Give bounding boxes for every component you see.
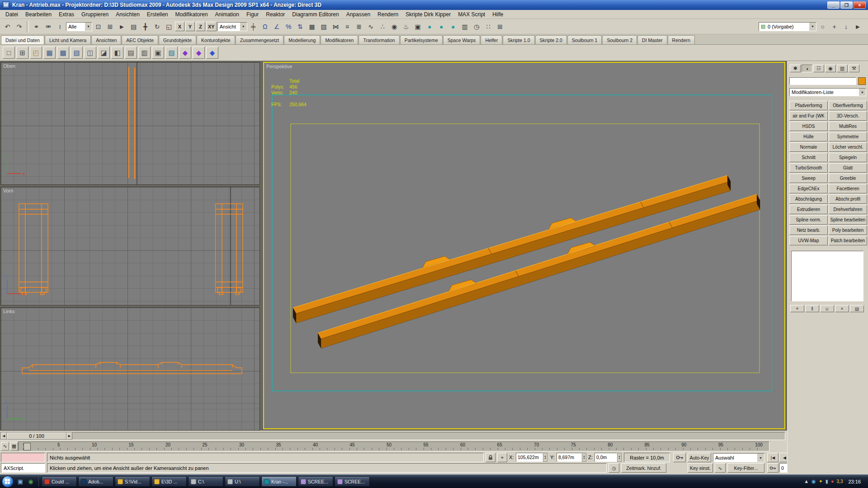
rectangular-selection-region-icon[interactable]: ⊡ bbox=[93, 21, 104, 33]
modifier-button[interactable]: Greeble bbox=[829, 174, 867, 183]
time-tag-clock-icon[interactable]: ◷ bbox=[609, 463, 619, 473]
motion-tab-icon[interactable]: ◉ bbox=[825, 65, 836, 72]
maximize-button[interactable]: ❐ bbox=[840, 1, 853, 9]
selection-lock-toggle[interactable] bbox=[486, 453, 495, 462]
shelf-tab[interactable]: Grundobjekte bbox=[159, 35, 196, 44]
modifier-button[interactable]: Oberflverformg bbox=[829, 101, 867, 110]
layer-dropdown[interactable]: ▧ 0 (Vorgabe) ▼ bbox=[759, 22, 816, 31]
modifier-button[interactable]: Abschr.profil bbox=[829, 194, 867, 204]
shelf-tab[interactable]: Soulbourn 2 bbox=[602, 35, 637, 44]
shelf-tab[interactable]: Skripte 2.0 bbox=[535, 35, 567, 44]
modifier-button[interactable]: EdgeChEx bbox=[789, 184, 828, 193]
bind-to-space-warp-icon[interactable]: ≀ bbox=[54, 21, 66, 33]
auto-key-button[interactable]: Auto-Key bbox=[688, 453, 711, 462]
named-selection-sets-icon[interactable]: ▧ bbox=[318, 21, 330, 33]
timeline-ruler[interactable]: 0510152025303540455055606570758085909510… bbox=[18, 441, 769, 451]
shelf-tab[interactable]: Skripte 1.0 bbox=[503, 35, 534, 44]
menu-item[interactable]: Erstellen bbox=[143, 10, 172, 19]
axis-z-button[interactable]: Z bbox=[196, 22, 205, 31]
taskbar-button[interactable]: SCREE... bbox=[298, 476, 333, 487]
close-button[interactable]: × bbox=[854, 1, 866, 9]
time-slider-prev-button[interactable]: ◀ bbox=[1, 432, 7, 440]
modifier-button[interactable]: Normale bbox=[789, 142, 828, 152]
grid-snap-icon[interactable]: ⊞ bbox=[495, 21, 506, 33]
shelf-tab[interactable]: Konturobjekte bbox=[197, 35, 235, 44]
shelf-tab[interactable]: Datei und Daten bbox=[1, 35, 44, 44]
hold-icon[interactable]: ◫ bbox=[84, 47, 96, 59]
isolate-selection-icon[interactable]: ○ bbox=[817, 21, 828, 33]
modifier-button[interactable]: Facettieren bbox=[829, 184, 867, 193]
merge-icon[interactable]: ◧ bbox=[111, 47, 123, 59]
tray-update-icon[interactable]: ◉ bbox=[811, 479, 816, 484]
key-mode-toggle-button[interactable] bbox=[767, 463, 778, 473]
window-crossing-icon[interactable]: ⊞ bbox=[104, 21, 116, 33]
modifier-button[interactable]: Sweep bbox=[789, 174, 828, 183]
start-button[interactable] bbox=[2, 476, 14, 488]
viewport-top[interactable]: Oben y x bbox=[0, 62, 260, 185]
redo-icon[interactable]: ↷ bbox=[14, 21, 25, 33]
axis-x-button[interactable]: X bbox=[175, 22, 184, 31]
taskbar-button[interactable]: Could ... bbox=[42, 476, 77, 487]
select-and-link-icon[interactable]: ⚭ bbox=[31, 21, 42, 33]
spinner-snap-icon[interactable]: ⇅ bbox=[295, 21, 306, 33]
save-copy-icon[interactable]: ▧ bbox=[71, 47, 83, 59]
shelf-tab[interactable]: Transformation bbox=[359, 35, 399, 44]
save-as-icon[interactable]: ▩ bbox=[57, 47, 69, 59]
current-frame-marker[interactable] bbox=[24, 443, 31, 450]
unlink-selection-icon[interactable]: ⚮ bbox=[42, 21, 54, 33]
menu-item[interactable]: Diagramm Editoren bbox=[288, 10, 342, 19]
object-name-field[interactable] bbox=[789, 77, 856, 85]
menu-item[interactable]: Skripte Dirk Kipper bbox=[402, 10, 454, 19]
modifier-button[interactable]: Schnitt bbox=[789, 153, 828, 162]
modify-tab-icon[interactable]: ◑ bbox=[802, 65, 812, 72]
taskbar-button[interactable]: Adob... bbox=[78, 476, 113, 487]
add-time-tag-button[interactable]: Zeitmark. hinzuf. bbox=[621, 463, 666, 473]
y-coordinate-field[interactable] bbox=[557, 453, 582, 462]
spinner-icon[interactable]: ▲▼ bbox=[543, 453, 547, 462]
modifier-button[interactable]: HSDS bbox=[789, 122, 828, 131]
quick-launch-1-icon[interactable]: ▣ bbox=[15, 477, 25, 487]
menu-item[interactable]: Figur bbox=[243, 10, 262, 19]
time-slider-next-button[interactable]: ▶ bbox=[66, 432, 72, 440]
undo-icon[interactable]: ↶ bbox=[2, 21, 13, 33]
modifier-button[interactable]: Pfadverformg bbox=[789, 101, 828, 110]
modifier-button[interactable]: Spline norm. bbox=[789, 215, 828, 225]
select-and-rotate-icon[interactable]: ↻ bbox=[151, 21, 163, 33]
fetch-icon[interactable]: ◪ bbox=[98, 47, 110, 59]
select-layer-icon[interactable]: ↓ bbox=[840, 21, 852, 33]
angle-snap-icon[interactable]: ∠ bbox=[271, 21, 283, 33]
modifier-button[interactable]: MultiRes bbox=[829, 122, 867, 131]
menu-item[interactable]: Modifikatoren bbox=[172, 10, 212, 19]
track-bar-filter-icon[interactable]: ▦ bbox=[10, 442, 18, 450]
tray-volume-icon[interactable]: ▮ bbox=[826, 479, 828, 484]
file-properties-icon[interactable]: ▣ bbox=[152, 47, 164, 59]
modifier-list-dropdown[interactable]: Modifikatoren-Liste ▼ bbox=[789, 88, 866, 96]
shelf-tab[interactable]: Licht und Kamera bbox=[45, 35, 91, 44]
select-by-name-icon[interactable]: ▤ bbox=[128, 21, 139, 33]
modifier-button[interactable]: Symmetrie bbox=[829, 132, 867, 141]
tray-warning-icon[interactable]: ✦ bbox=[819, 479, 823, 484]
shelf-tab[interactable]: Modifikatoren bbox=[321, 35, 358, 44]
beam-object-back[interactable] bbox=[293, 175, 731, 323]
tray-network-icon[interactable]: ● bbox=[831, 479, 834, 484]
x-coordinate-field[interactable] bbox=[516, 453, 543, 462]
summary-info-icon[interactable]: ▥ bbox=[138, 47, 151, 59]
shelf-tab[interactable]: AEC Objekte bbox=[122, 35, 158, 44]
add-layer-icon[interactable]: + bbox=[829, 21, 840, 33]
utilities-tab-icon[interactable]: ⚒ bbox=[849, 65, 859, 72]
menu-item[interactable]: Reaktor bbox=[262, 10, 288, 19]
shelf-tab[interactable]: Helfer bbox=[481, 35, 502, 44]
quick-launch-2-icon[interactable]: ◉ bbox=[26, 477, 36, 487]
maxscript-listener-input[interactable]: AXScript. bbox=[1, 463, 45, 473]
menu-item[interactable]: Hilfe bbox=[489, 10, 507, 19]
material-editor-icon[interactable]: ◉ bbox=[389, 21, 400, 33]
modifier-button[interactable]: Löcher verschl. bbox=[829, 142, 867, 152]
modifier-button[interactable]: Poly bearbeiten bbox=[829, 225, 867, 235]
time-configuration-icon[interactable]: ◷ bbox=[471, 21, 482, 33]
viewport-perspective[interactable]: Perspektive Total Polys:456 Verts:240 FP… bbox=[263, 62, 785, 429]
schematic-view-icon[interactable]: ∴ bbox=[377, 21, 388, 33]
modifier-button[interactable]: Patch bearbeiten bbox=[829, 236, 867, 245]
menu-item[interactable]: Datei bbox=[2, 10, 22, 19]
render-frame-window-icon[interactable]: ▥ bbox=[459, 21, 471, 33]
menu-item[interactable]: Bearbeiten bbox=[22, 10, 55, 19]
